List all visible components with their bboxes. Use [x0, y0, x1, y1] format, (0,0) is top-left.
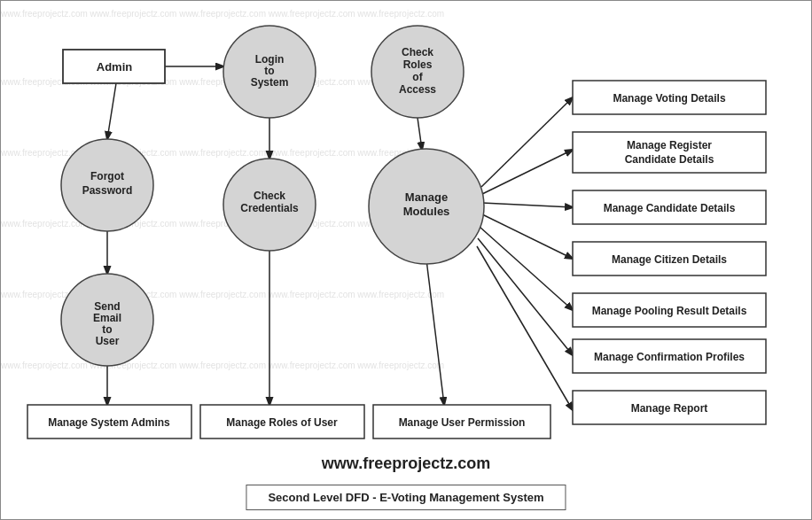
svg-text:Modules: Modules — [403, 205, 450, 218]
footer-url: www.freeprojectz.com — [1, 454, 811, 473]
svg-text:Check: Check — [254, 190, 285, 202]
diagram-svg: www.freeprojectz.com www.freeprojectz.co… — [1, 1, 812, 520]
svg-text:Manage Pooling Result Details: Manage Pooling Result Details — [592, 305, 747, 317]
svg-text:Manage Citizen Details: Manage Citizen Details — [612, 253, 727, 266]
svg-text:Manage: Manage — [405, 190, 448, 204]
svg-line-9 — [418, 118, 422, 150]
svg-text:www.freeprojectz.com          : www.freeprojectz.com www.freeprojectz.co… — [1, 9, 444, 19]
svg-text:Forgot: Forgot — [90, 170, 124, 182]
svg-line-17 — [480, 213, 573, 259]
svg-text:Manage Register: Manage Register — [627, 139, 712, 151]
svg-text:Manage Candidate Details: Manage Candidate Details — [604, 202, 736, 214]
svg-text:Manage User Permission: Manage User Permission — [399, 416, 526, 429]
svg-text:Login: Login — [255, 53, 285, 66]
svg-text:Send: Send — [94, 300, 120, 313]
svg-line-13 — [426, 260, 444, 405]
svg-text:Roles: Roles — [403, 58, 433, 71]
svg-text:Manage Voting Details: Manage Voting Details — [613, 92, 725, 105]
svg-text:www.freeprojectz.com          : www.freeprojectz.com www.freeprojectz.co… — [1, 148, 444, 158]
svg-text:Credentials: Credentials — [240, 202, 299, 214]
svg-text:User: User — [96, 335, 120, 347]
svg-text:Manage Roles of User: Manage Roles of User — [226, 416, 338, 429]
svg-text:to: to — [102, 323, 112, 336]
svg-text:Email: Email — [93, 312, 121, 324]
svg-text:Manage System Admins: Manage System Admins — [48, 416, 170, 429]
svg-line-7 — [107, 83, 116, 139]
svg-text:to: to — [264, 65, 274, 77]
svg-text:Manage Report: Manage Report — [631, 402, 708, 415]
admin-label: Admin — [97, 60, 133, 74]
svg-text:Candidate Details: Candidate Details — [625, 153, 714, 166]
svg-text:Access: Access — [399, 83, 436, 96]
svg-text:www.freeprojectz.com          : www.freeprojectz.com www.freeprojectz.co… — [1, 361, 444, 370]
svg-text:Manage Confirmation Profiles: Manage Confirmation Profiles — [594, 351, 745, 363]
svg-text:Check: Check — [402, 46, 433, 58]
diagram-caption: Second Level DFD - E-Voting Management S… — [246, 485, 566, 510]
diagram-container: www.freeprojectz.com www.freeprojectz.co… — [0, 0, 812, 520]
svg-text:System: System — [251, 76, 289, 89]
svg-line-14 — [481, 97, 573, 187]
svg-text:Password: Password — [82, 184, 133, 197]
svg-text:of: of — [412, 71, 423, 83]
svg-line-16 — [482, 203, 573, 207]
svg-line-20 — [477, 246, 573, 410]
svg-rect-47 — [573, 132, 766, 173]
